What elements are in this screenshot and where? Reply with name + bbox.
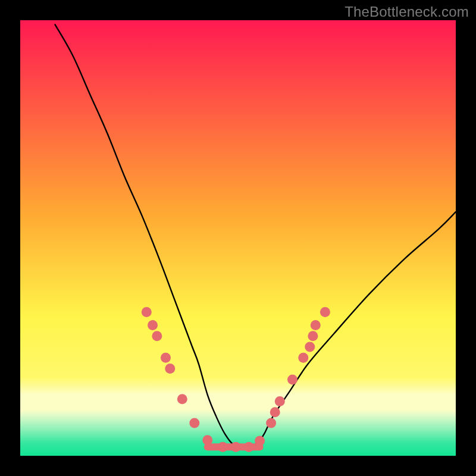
data-marker [152,331,162,341]
data-marker [298,353,308,363]
data-marker [255,436,265,446]
data-marker [142,307,152,317]
data-marker [165,364,175,374]
data-marker [287,374,298,384]
data-marker [308,331,318,341]
data-marker [161,353,171,363]
data-marker [244,442,254,452]
chart-stage: TheBottleneck.com [0,0,476,476]
data-marker [202,435,212,445]
data-marker [311,320,321,330]
plot-svg [20,20,456,456]
data-marker [270,407,280,417]
data-marker [266,418,276,428]
plot-area [20,20,456,456]
data-marker [275,396,285,406]
data-marker [177,394,187,404]
data-marker [218,442,228,452]
data-marker [189,418,199,428]
data-marker [305,342,315,352]
data-marker [231,442,241,452]
watermark-text: TheBottleneck.com [345,4,469,20]
data-marker [148,320,158,330]
data-marker [320,307,330,317]
